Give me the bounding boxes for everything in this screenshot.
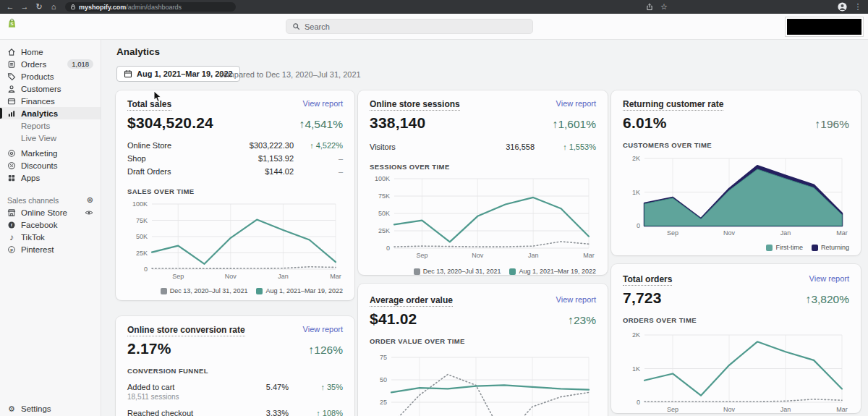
storefront-icon [7,208,16,217]
breakdown-row: Visitors 316,558 ↑ 1,553% [370,140,596,153]
global-search[interactable] [286,19,533,34]
svg-text:75K: 75K [378,192,390,200]
total-sales-value: $304,520.24 [127,114,213,132]
browser-reload-icon[interactable]: ↻ [32,0,46,14]
add-channel-plus-icon[interactable]: ⊕ [87,195,93,205]
sidebar-item-orders[interactable]: Orders 1,018 [0,58,101,70]
card-title: Online store sessions [370,99,460,111]
view-report-link[interactable]: View report [303,325,343,334]
sidebar-channel-online-store[interactable]: Online Store [0,206,101,218]
period-legend: Dec 13, 2020–Jul 31, 2021 Aug 1, 2021–Ma… [370,268,596,275]
sidebar-item-settings[interactable]: ⚙ Settings [0,402,101,415]
svg-text:25: 25 [380,399,387,406]
view-report-link[interactable]: View report [809,274,849,283]
url-text: myshopify.com/admin/dashboards [79,4,182,11]
svg-text:p: p [10,247,13,252]
legend-marker-current [509,268,516,275]
card-title: Average order value [370,295,453,307]
sidebar-item-analytics[interactable]: Analytics [0,107,101,119]
svg-text:Nov: Nov [723,229,736,237]
total-orders-change: ↑3,820% [806,293,849,306]
card-average-order-value: Average order value View report $41.02 ↑… [358,284,608,416]
search-input[interactable] [305,22,527,31]
address-bar[interactable]: myshopify.com/admin/dashboards [65,2,236,12]
mouse-cursor [153,91,162,106]
sessions-change: ↑1,601% [553,118,596,131]
sidebar-item-discounts[interactable]: Discounts [0,159,101,171]
sidebar-item-customers[interactable]: Customers [0,82,101,95]
legend-marker-previous [414,268,420,275]
sidebar: Home Orders 1,018 Products Customers Fin… [0,40,101,416]
svg-text:75: 75 [380,354,387,361]
bookmark-star-icon[interactable]: ☆ [658,0,671,14]
analytics-bars-icon [7,109,16,118]
card-title: Online store conversion rate [127,325,245,336]
svg-text:Mar: Mar [836,406,848,413]
eye-icon[interactable] [85,208,93,217]
aov-value: $41.02 [370,310,417,328]
search-icon [292,22,300,30]
shopify-logo-icon[interactable]: S [7,17,17,32]
browser-home-icon[interactable]: ⌂ [46,0,61,14]
view-report-link[interactable]: View report [556,99,596,108]
conversion-rate-change: ↑126% [309,344,343,357]
legend-marker-returning [812,245,818,251]
svg-text:Nov: Nov [723,406,736,413]
returning-rate-change: ↑196% [815,118,849,131]
sidebar-item-products[interactable]: Products [0,70,101,82]
section-label: ORDER VALUE OVER TIME [370,337,596,345]
finances-card-icon [7,97,16,106]
sidebar-item-home[interactable]: Home [0,46,101,58]
orders-count-badge: 1,018 [67,59,93,69]
total-sales-change: ↑4,541% [299,118,343,131]
browser-profile-avatar[interactable] [836,0,848,14]
products-tag-icon [7,72,16,81]
breakdown-row: Shop $1,153.92 – [127,152,343,165]
sidebar-item-apps[interactable]: Apps [0,171,101,184]
view-report-link[interactable]: View report [303,99,343,108]
svg-text:25K: 25K [378,227,390,234]
selected-indicator [0,108,2,119]
svg-text:Jan: Jan [780,229,791,237]
browser-forward-icon[interactable]: → [17,0,32,14]
svg-text:100K: 100K [375,175,390,182]
svg-text:0: 0 [386,245,390,252]
sidebar-channel-pinterest[interactable]: p Pinterest [0,243,101,255]
returning-rate-value: 6.01% [623,114,667,132]
share-icon[interactable] [643,0,656,14]
orders-over-time-chart: SepNovJanMar01K2K [623,327,849,416]
browser-back-icon[interactable]: ← [3,0,17,14]
legend-marker-previous [161,288,167,294]
period-legend: Dec 13, 2020–Jul 31, 2021 Aug 1, 2021–Ma… [127,287,343,294]
page-title: Analytics [116,46,160,57]
browser-menu-dots-icon[interactable]: ⋮ [852,0,864,14]
sidebar-item-marketing[interactable]: Marketing [0,147,101,159]
sessions-over-time-chart: SepNovJanMar025K50K75K100K [370,174,596,267]
card-total-orders: Total orders View report 7,723 ↑3,820% O… [611,264,861,413]
breakdown-row: Draft Orders $144.02 – [127,165,343,178]
sidebar-channel-facebook[interactable]: f Facebook [0,218,101,231]
lock-icon [70,4,76,10]
card-total-sales: Total sales View report $304,520.24 ↑4,5… [116,90,354,300]
funnel-row: Added to cart18,511 sessions 5.47% ↑ 35% [127,383,343,401]
card-title: Total orders [623,274,672,286]
screen: ← → ↻ ⌂ myshopify.com/admin/dashboards ☆… [0,0,868,416]
card-conversion-rate: Online store conversion rate View report… [116,316,354,416]
sidebar-item-finances[interactable]: Finances [0,95,101,107]
card-title: Returning customer rate [623,99,723,111]
calendar-icon [124,69,132,78]
facebook-icon: f [7,221,16,229]
svg-text:50K: 50K [136,233,148,240]
app-header: S [0,14,868,40]
svg-text:Jan: Jan [780,406,791,413]
sidebar-item-live-view[interactable]: Live View [0,132,101,144]
sidebar-item-reports[interactable]: Reports [0,119,101,132]
svg-text:Mar: Mar [836,229,848,237]
svg-text:2K: 2K [632,331,640,339]
redacted-account-box [786,17,863,36]
svg-text:Sep: Sep [667,229,678,237]
view-report-link[interactable]: View report [556,295,596,304]
compared-to-text: compared to Dec 13, 2020–Jul 31, 2021 [219,70,361,79]
sidebar-channel-tiktok[interactable]: ♪ TikTok [0,231,101,243]
section-label: CONVERSION FUNNEL [127,367,343,375]
